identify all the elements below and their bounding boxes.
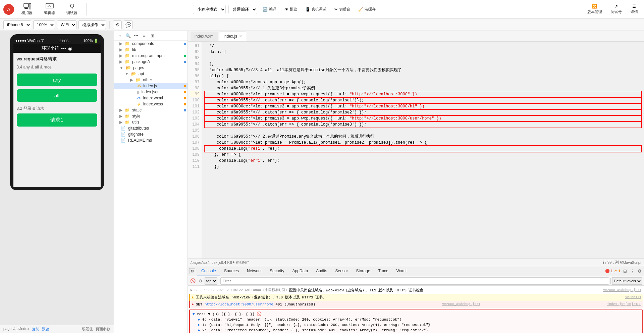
- chat-btn[interactable]: 💬: [124, 20, 132, 29]
- operation-select[interactable]: 模拟操作: [78, 20, 106, 29]
- sep2: [109, 21, 110, 29]
- second-toolbar: iPhone 5 iPhone 6 iPhone X 100% 75% WiFi…: [0, 19, 644, 31]
- clearup-btn[interactable]: 🧹 清缓存: [356, 5, 378, 13]
- file-label: index.wxss: [143, 102, 163, 106]
- file-tree-panel: + 🔍 ••• ≡ ⊞ ▶ 📁 components ▶ 📁 lib ▶ 📁: [114, 31, 188, 333]
- tab-wxml-label: index.wxml: [195, 34, 214, 39]
- devtools-settings-icon[interactable]: ⚙: [637, 268, 643, 274]
- svg-point-5: [70, 4, 74, 7]
- top-toolbar: A 模拟器 </> 编辑器 调试器 小程序模式 普通编译 🔄 编译 👁 预: [0, 0, 644, 19]
- devtools-expand-icon[interactable]: ⊞: [622, 268, 628, 274]
- context-select[interactable]: top: [205, 277, 217, 285]
- version-btn[interactable]: 🔀 版本管理: [585, 3, 605, 16]
- tree-item-gitignore[interactable]: 📄 gitignore: [114, 131, 187, 137]
- tab-close-btn[interactable]: ✕: [239, 34, 242, 38]
- tree-item-api[interactable]: ▼ 📂 api: [114, 71, 187, 77]
- code-content[interactable]: */ data: { }, "color:#6a9955;">//3.4 all…: [202, 42, 644, 258]
- tab-wxml[interactable]: index.wxml: [191, 32, 218, 41]
- tree-body: ▶ 📁 components ▶ 📁 lib ▶ 📁 miniprogram_n…: [114, 41, 187, 333]
- tree-item-index-json[interactable]: {} index.json: [114, 89, 187, 95]
- tree-item-index-wxml[interactable]: <> index.wxml: [114, 95, 187, 101]
- warn-source[interactable]: VM2651:1: [625, 295, 641, 300]
- tree-item-index-js[interactable]: JS index.js: [114, 83, 187, 89]
- compile-select[interactable]: 普通编译: [228, 5, 257, 14]
- code-devtools-area: index.wxml index.js ✕ 919293949596979899…: [188, 31, 644, 333]
- tree-item-static[interactable]: ▶ 📁 static: [114, 107, 187, 113]
- folder-icon: ▶: [119, 108, 122, 112]
- page-subtitle: 3.4 any & all & race: [17, 65, 97, 69]
- bottom-path: pages/api/index: [3, 327, 29, 332]
- tree-item-gitattributes[interactable]: 📄 gitattributes: [114, 125, 187, 131]
- cursor-pos: 行 99，列 69: [603, 260, 624, 265]
- devtab-storage[interactable]: Storage: [352, 266, 374, 276]
- inspect-btn[interactable]: ⊡: [189, 268, 195, 274]
- more-btn[interactable]: •••: [133, 32, 140, 39]
- error-source[interactable]: VM2666_asdebug.js:1: [442, 302, 480, 307]
- tree-item-readme[interactable]: 📄 README.md: [114, 137, 187, 143]
- error-link[interactable]: http://localhost:3000/user/home: [205, 302, 273, 306]
- compile-btn[interactable]: 🔄 编译: [260, 5, 279, 13]
- tree-item-utils[interactable]: ▶ 📁 utils: [114, 119, 187, 125]
- devtab-network[interactable]: Network: [243, 266, 266, 276]
- toolbar-sep3: [219, 278, 219, 284]
- folder-icon: ▶: [119, 53, 122, 58]
- details-icon: ☰: [632, 4, 636, 9]
- filter-input[interactable]: [220, 277, 609, 285]
- network-select[interactable]: WiFi 4G 3G: [57, 20, 76, 29]
- devtab-security[interactable]: Security: [266, 266, 288, 276]
- simulator-tool[interactable]: 模拟器: [17, 2, 37, 17]
- clear-console-btn[interactable]: 🚫: [190, 278, 196, 284]
- zoom-select[interactable]: 100% 75%: [33, 20, 55, 29]
- top-btn[interactable]: ⊙: [197, 278, 203, 284]
- devtools-more-icon[interactable]: ⋮: [629, 268, 635, 274]
- devtab-trace[interactable]: Trace: [374, 266, 392, 276]
- devtab-sources[interactable]: Sources: [220, 266, 243, 276]
- section-title: 3.2 登录 & 请求: [17, 106, 97, 111]
- warn-badge: ⚠ 1: [614, 269, 621, 273]
- devtab-wxml[interactable]: Wxml: [392, 266, 411, 276]
- debugger-tool[interactable]: 调试器: [62, 2, 82, 17]
- editor-tabs: index.wxml index.js ✕: [188, 31, 644, 42]
- msg-source[interactable]: VM2666_asdebug.js:1: [603, 288, 641, 293]
- bottom-scene: 场景值: [82, 327, 93, 332]
- level-select[interactable]: Default levels: [612, 277, 642, 285]
- devtools-body: ▶ Sun Dec 12 2021 21:06:22 GMT+0800 (中国标…: [188, 286, 644, 333]
- devtab-console[interactable]: Console: [197, 266, 220, 276]
- testno-btn[interactable]: ↗ 测试号: [608, 3, 625, 16]
- expand-btn[interactable]: ⊞: [149, 32, 156, 39]
- any-button[interactable]: any: [17, 74, 97, 86]
- tab-js[interactable]: index.js ✕: [219, 32, 246, 41]
- tree-item-lib[interactable]: ▶ 📁 lib: [114, 47, 187, 53]
- folder-label: pages: [133, 65, 144, 70]
- preview-btn[interactable]: 👁 预览: [282, 5, 300, 13]
- editor-tool[interactable]: </> 编辑器: [40, 2, 59, 17]
- tree-item-packageA[interactable]: ▶ 📁 packageA: [114, 59, 187, 65]
- request1-button[interactable]: 请求1: [17, 113, 97, 127]
- tree-item-other[interactable]: ▶ 📁 other: [114, 77, 187, 83]
- realtest-btn[interactable]: 📱 真机调试: [303, 5, 329, 13]
- rotate-btn[interactable]: ⟲: [113, 20, 122, 29]
- device-select[interactable]: iPhone 5 iPhone 6 iPhone X: [3, 20, 31, 29]
- devtab-sensor[interactable]: Sensor: [331, 266, 352, 276]
- tree-item-miniprogram[interactable]: ▶ 📁 miniprogram_npm: [114, 53, 187, 59]
- console-res1-items: ▶ 0: {data: "views1", header: {…}, statu…: [193, 317, 639, 333]
- mode-select[interactable]: 小程序模式: [193, 5, 226, 14]
- tree-item-pages[interactable]: ▼ 📂 pages: [114, 65, 187, 71]
- tree-item-index-wxss[interactable]: ⚡ index.wxss: [114, 101, 187, 107]
- file-label: index.wxml: [143, 96, 163, 100]
- search-btn[interactable]: 🔍: [125, 32, 131, 39]
- error-btn[interactable]: 🚫: [257, 312, 262, 317]
- tree-item-components[interactable]: ▶ 📁 components: [114, 41, 187, 47]
- bottom-copy[interactable]: 复制: [32, 327, 39, 332]
- devtab-appdata[interactable]: AppData: [288, 266, 312, 276]
- all-button[interactable]: all: [17, 89, 97, 102]
- error-source2[interactable]: index.js?[sm]:188: [607, 302, 641, 307]
- tree-item-style[interactable]: ▶ 📁 style: [114, 113, 187, 119]
- cutboard-btn[interactable]: ✂ 切后台: [332, 5, 353, 13]
- devtab-audits[interactable]: Audits: [312, 266, 331, 276]
- expand-res1[interactable]: ▼: [193, 312, 195, 316]
- add-file-btn[interactable]: +: [117, 32, 123, 39]
- details-btn[interactable]: ☰ 详情: [628, 3, 641, 16]
- sort-btn[interactable]: ≡: [141, 32, 148, 39]
- bottom-preview[interactable]: 预览: [42, 327, 49, 332]
